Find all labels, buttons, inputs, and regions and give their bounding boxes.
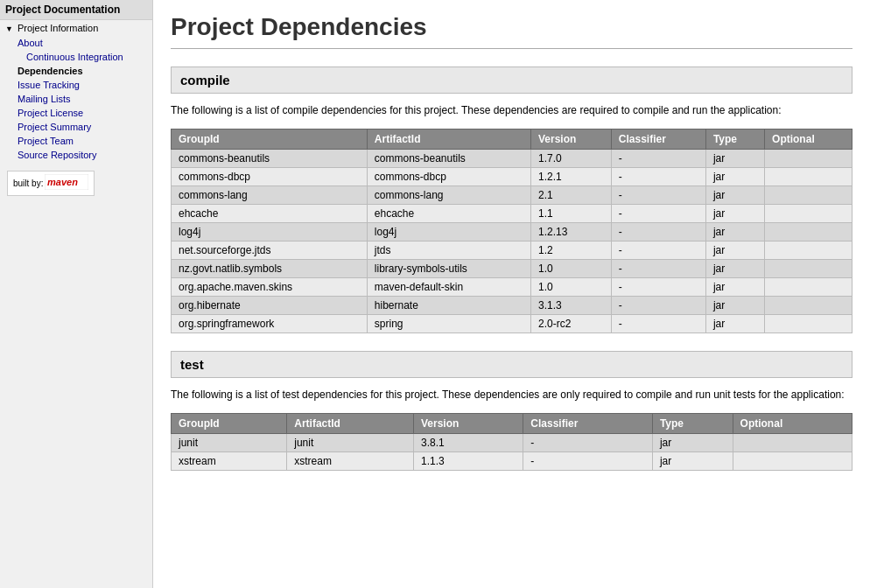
cell-classifier: - xyxy=(611,315,705,333)
test-dependencies-table: GroupId ArtifactId Version Classifier Ty… xyxy=(171,413,852,471)
sidebar-item-project-team[interactable]: Project Team xyxy=(0,134,152,148)
table-row: net.sourceforge.jtdsjtds1.2-jar xyxy=(172,242,852,260)
table-row: org.apache.maven.skinsmaven-default-skin… xyxy=(172,278,852,297)
test-section-heading: test xyxy=(171,351,852,378)
compile-dependencies-table: GroupId ArtifactId Version Classifier Ty… xyxy=(171,129,852,333)
cell-type: jar xyxy=(705,168,764,186)
svg-text:maven: maven xyxy=(47,177,78,187)
cell-groupId: commons-dbcp xyxy=(172,168,368,186)
compile-section-description: The following is a list of compile depen… xyxy=(171,102,852,118)
cell-optional xyxy=(765,205,852,223)
test-col-header-artifactid: ArtifactId xyxy=(287,414,414,434)
cell-artifactId: jtds xyxy=(367,242,530,260)
sidebar-item-project-summary[interactable]: Project Summary xyxy=(0,120,152,134)
col-header-optional: Optional xyxy=(765,130,852,150)
cell-version: 1.7.0 xyxy=(530,150,611,168)
table-row: junitjunit3.8.1-jar xyxy=(172,434,852,452)
table-row: org.hibernatehibernate3.1.3-jar xyxy=(172,297,852,315)
table-row: ehcacheehcache1.1-jar xyxy=(172,205,852,223)
cell-classifier: - xyxy=(611,260,705,278)
sidebar: Project Documentation ▼ Project Informat… xyxy=(0,0,153,588)
sidebar-item-continuous-integration[interactable]: Continuous Integration xyxy=(0,50,152,64)
table-row: commons-langcommons-lang2.1-jar xyxy=(172,186,852,205)
table-row: commons-beanutilscommons-beanutils1.7.0-… xyxy=(172,150,852,168)
cell-optional xyxy=(765,260,852,278)
maven-logo: maven xyxy=(45,174,88,192)
cell-classifier: - xyxy=(523,452,653,471)
cell-type: jar xyxy=(652,452,733,471)
cell-groupId: ehcache xyxy=(172,205,368,223)
cell-type: jar xyxy=(705,297,764,315)
sidebar-item-mailing-lists[interactable]: Mailing Lists xyxy=(0,92,152,106)
cell-classifier: - xyxy=(611,150,705,168)
sidebar-item-source-repository[interactable]: Source Repository xyxy=(0,148,152,162)
cell-groupId: org.apache.maven.skins xyxy=(172,278,368,297)
cell-optional xyxy=(765,297,852,315)
sidebar-item-dependencies[interactable]: Dependencies xyxy=(0,64,152,78)
maven-badge: built by: maven xyxy=(7,171,95,196)
cell-classifier: - xyxy=(611,278,705,297)
built-by-label: built by: xyxy=(13,178,43,188)
cell-optional xyxy=(765,150,852,168)
cell-type: jar xyxy=(705,205,764,223)
col-header-artifactid: ArtifactId xyxy=(367,130,530,150)
cell-version: 3.1.3 xyxy=(530,297,611,315)
cell-optional xyxy=(765,168,852,186)
sidebar-section-label: Project Information xyxy=(18,23,98,33)
table-row: log4jlog4j1.2.13-jar xyxy=(172,223,852,242)
cell-optional xyxy=(733,452,852,471)
cell-artifactId: hibernate xyxy=(367,297,530,315)
cell-groupId: commons-lang xyxy=(172,186,368,205)
cell-groupId: org.springframework xyxy=(172,315,368,333)
sidebar-section-project-information[interactable]: ▼ Project Information xyxy=(0,20,152,36)
col-header-version: Version xyxy=(530,130,611,150)
cell-groupId: net.sourceforge.jtds xyxy=(172,242,368,260)
cell-groupId: log4j xyxy=(172,223,368,242)
table-row: xstreamxstream1.1.3-jar xyxy=(172,452,852,471)
cell-type: jar xyxy=(652,434,733,452)
cell-version: 1.2 xyxy=(530,242,611,260)
cell-groupId: xstream xyxy=(172,452,287,471)
test-col-header-groupid: GroupId xyxy=(172,414,287,434)
test-section-description: The following is a list of test dependen… xyxy=(171,387,852,402)
cell-classifier: - xyxy=(611,168,705,186)
table-row: org.springframeworkspring2.0-rc2-jar xyxy=(172,315,852,333)
sidebar-item-project-license[interactable]: Project License xyxy=(0,106,152,120)
cell-type: jar xyxy=(705,242,764,260)
cell-version: 1.0 xyxy=(530,278,611,297)
cell-optional xyxy=(765,315,852,333)
cell-artifactId: xstream xyxy=(287,452,414,471)
cell-classifier: - xyxy=(611,242,705,260)
col-header-groupid: GroupId xyxy=(172,130,368,150)
cell-version: 2.1 xyxy=(530,186,611,205)
col-header-type: Type xyxy=(705,130,764,150)
cell-type: jar xyxy=(705,186,764,205)
cell-groupId: commons-beanutils xyxy=(172,150,368,168)
cell-type: jar xyxy=(705,150,764,168)
test-col-header-optional: Optional xyxy=(733,414,852,434)
cell-artifactId: maven-default-skin xyxy=(367,278,530,297)
triangle-icon: ▼ xyxy=(5,24,13,33)
cell-optional xyxy=(765,223,852,242)
cell-version: 3.8.1 xyxy=(413,434,523,452)
cell-classifier: - xyxy=(523,434,653,452)
table-row: commons-dbcpcommons-dbcp1.2.1-jar xyxy=(172,168,852,186)
cell-version: 1.2.1 xyxy=(530,168,611,186)
cell-optional xyxy=(765,242,852,260)
test-col-header-version: Version xyxy=(413,414,523,434)
cell-groupId: org.hibernate xyxy=(172,297,368,315)
cell-type: jar xyxy=(705,260,764,278)
page-title: Project Dependencies xyxy=(171,13,852,49)
cell-artifactId: commons-lang xyxy=(367,186,530,205)
cell-version: 1.1.3 xyxy=(413,452,523,471)
cell-optional xyxy=(733,434,852,452)
cell-artifactId: commons-beanutils xyxy=(367,150,530,168)
cell-artifactId: junit xyxy=(287,434,414,452)
cell-version: 1.1 xyxy=(530,205,611,223)
sidebar-item-issue-tracking[interactable]: Issue Tracking xyxy=(0,78,152,92)
sidebar-item-about[interactable]: About xyxy=(0,36,152,50)
cell-classifier: - xyxy=(611,186,705,205)
cell-type: jar xyxy=(705,223,764,242)
cell-classifier: - xyxy=(611,223,705,242)
cell-artifactId: spring xyxy=(367,315,530,333)
